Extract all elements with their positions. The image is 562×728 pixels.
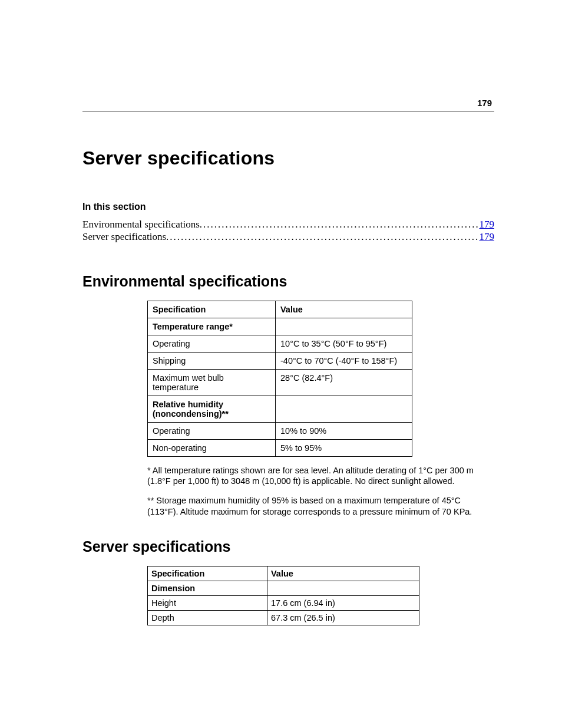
table-row: Relative humidity (noncondensing)** bbox=[148, 396, 412, 422]
environmental-specs-heading: Environmental specifications bbox=[82, 273, 494, 290]
table-cell bbox=[276, 396, 412, 422]
table-header-cell: Value bbox=[276, 301, 412, 318]
table-cell: Maximum wet bulb temperature bbox=[148, 369, 276, 396]
table-cell: Shipping bbox=[148, 352, 276, 369]
table-cell: Dimension bbox=[148, 581, 267, 595]
toc-entry-label: Server specifications bbox=[82, 230, 166, 243]
table-cell: Depth bbox=[148, 610, 267, 625]
table-cell: -40°C to 70°C (-40°F to 158°F) bbox=[276, 352, 412, 369]
document-page: 179 Server specifications In this sectio… bbox=[0, 0, 562, 728]
toc-page-link[interactable]: 179 bbox=[480, 218, 495, 230]
table-row: Dimension bbox=[148, 581, 419, 595]
toc-leader-dots bbox=[200, 218, 480, 230]
table-row: Depth 67.3 cm (26.5 in) bbox=[148, 610, 419, 625]
table-row: Maximum wet bulb temperature 28°C (82.4°… bbox=[148, 369, 412, 396]
table-row: Shipping -40°C to 70°C (-40°F to 158°F) bbox=[148, 352, 412, 369]
toc-row: Server specifications 179 bbox=[82, 230, 494, 243]
environmental-specs-table: Specification Value Temperature range* O… bbox=[147, 301, 412, 457]
server-specs-table: Specification Value Dimension Height 17.… bbox=[147, 566, 419, 625]
table-row: Temperature range* bbox=[148, 318, 412, 335]
footnote-2: ** Storage maximum humidity of 95% is ba… bbox=[147, 495, 483, 518]
table-cell: 10% to 90% bbox=[276, 422, 412, 439]
table-row: Operating 10% to 90% bbox=[148, 422, 412, 439]
server-specs-heading: Server specifications bbox=[82, 538, 494, 555]
table-row: Height 17.6 cm (6.94 in) bbox=[148, 595, 419, 610]
table-cell: Height bbox=[148, 595, 267, 610]
table-header-row: Specification Value bbox=[148, 566, 419, 581]
table-cell: 10°C to 35°C (50°F to 95°F) bbox=[276, 335, 412, 352]
table-cell bbox=[267, 581, 419, 595]
table-cell: 5% to 95% bbox=[276, 439, 412, 456]
table-cell: Operating bbox=[148, 335, 276, 352]
toc-leader-dots bbox=[166, 230, 479, 243]
toc-page-link[interactable]: 179 bbox=[480, 230, 495, 243]
in-this-section-label: In this section bbox=[82, 202, 494, 212]
footnote-1: * All temperature ratings shown are for … bbox=[147, 465, 483, 487]
toc-row: Environmental specifications 179 bbox=[82, 218, 494, 230]
table-header-cell: Specification bbox=[148, 566, 267, 581]
table-cell: Operating bbox=[148, 422, 276, 439]
page-title: Server specifications bbox=[82, 147, 494, 169]
table-cell: Relative humidity (noncondensing)** bbox=[148, 396, 276, 422]
table-of-contents: Environmental specifications 179 Server … bbox=[82, 218, 494, 243]
toc-entry-label: Environmental specifications bbox=[82, 218, 200, 230]
table-cell bbox=[276, 318, 412, 335]
table-cell: Non-operating bbox=[148, 439, 276, 456]
table-cell: 67.3 cm (26.5 in) bbox=[267, 610, 419, 625]
table-cell: Temperature range* bbox=[148, 318, 276, 335]
table-header-cell: Specification bbox=[148, 301, 276, 318]
table-header-cell: Value bbox=[267, 566, 419, 581]
table-cell: 17.6 cm (6.94 in) bbox=[267, 595, 419, 610]
table-row: Operating 10°C to 35°C (50°F to 95°F) bbox=[148, 335, 412, 352]
table-header-row: Specification Value bbox=[148, 301, 412, 318]
horizontal-rule bbox=[82, 111, 494, 111]
page-number: 179 bbox=[477, 98, 492, 108]
table-row: Non-operating 5% to 95% bbox=[148, 439, 412, 456]
table-cell: 28°C (82.4°F) bbox=[276, 369, 412, 396]
